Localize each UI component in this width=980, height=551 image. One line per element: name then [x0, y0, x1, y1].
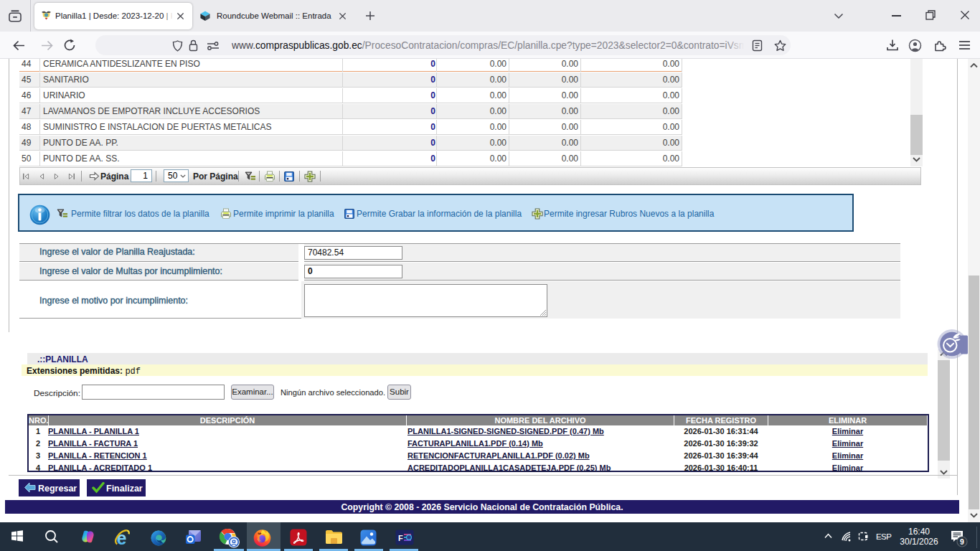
- svg-text:F: F: [398, 534, 403, 542]
- svg-text:9: 9: [960, 537, 964, 546]
